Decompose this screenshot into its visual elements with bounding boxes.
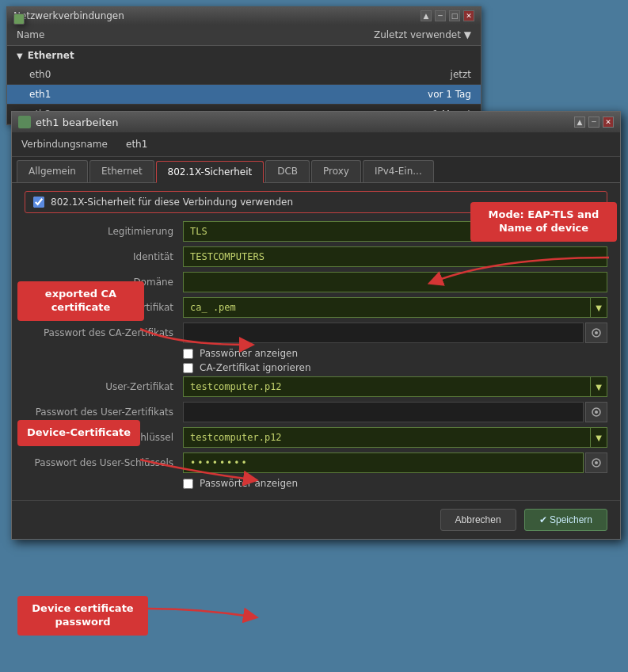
user-zertifikat-label: User-Zertifikat — [25, 381, 183, 392]
group-name: Ethernet — [28, 50, 74, 61]
callout-mode-eap: Mode: EAP-TLS and Name of device — [470, 202, 617, 242]
main-titlebar-controls: ▲ ─ ✕ — [574, 116, 614, 128]
domaene-input[interactable] — [183, 272, 607, 292]
eth0-lastused: jetzt — [451, 69, 471, 80]
tab-proxy[interactable]: Proxy — [311, 160, 361, 182]
conn-name-row: Verbindungsname eth1 — [12, 132, 620, 157]
passwort-ca-input-wrapper — [183, 323, 607, 343]
ca-zertifikat-value: ca_ .pem — [184, 299, 590, 316]
main-minimize-btn[interactable]: ─ — [588, 116, 599, 128]
passwort-user-input[interactable] — [183, 402, 584, 422]
conn-name-value: eth1 — [126, 139, 147, 150]
bg-minimize-btn[interactable]: ─ — [435, 10, 446, 21]
tab-ethernet[interactable]: Ethernet — [89, 160, 154, 182]
eth1-lastused: vor 1 Tag — [428, 89, 471, 100]
eth0-name: eth0 — [29, 69, 51, 80]
tabs-row: Allgemein Ethernet 802.1X-Sicherheit DCB… — [12, 157, 620, 183]
tab-allgemein[interactable]: Allgemein — [17, 160, 88, 182]
identitaet-row: Identität — [25, 246, 607, 267]
conn-name-label: Verbindungsname — [21, 139, 116, 150]
main-window-title: eth1 bearbeiten — [36, 116, 119, 128]
geheim-user-value: testcomputer.p12 — [184, 429, 590, 446]
user-zertifikat-dropdown[interactable]: testcomputer.p12 ▼ — [183, 376, 607, 397]
edit-window: eth1 bearbeiten ▲ ─ ✕ Verbindungsname et… — [11, 111, 621, 540]
save-button[interactable]: ✔ Speichern — [524, 509, 607, 531]
passwort-schluessel-input-wrapper: •••••••• — [183, 452, 607, 473]
network-icon — [13, 13, 25, 25]
passwort-ca-input[interactable] — [183, 323, 584, 343]
edit-icon — [18, 116, 31, 128]
passwort-anzeigen-1-label: Passwörter anzeigen — [200, 348, 298, 359]
col-name: Name — [17, 29, 44, 40]
legitimierung-label: Legitimierung — [25, 226, 183, 237]
bg-titlebar-controls: ▲ ─ □ ✕ — [421, 10, 474, 21]
eth1-name: eth1 — [29, 89, 51, 100]
passwort-anzeigen-1-row: Passwörter anzeigen — [25, 348, 607, 359]
cancel-button[interactable]: Abbrechen — [440, 509, 516, 531]
tab-ipv4[interactable]: IPv4-Ein... — [363, 160, 434, 182]
passwort-ca-row: Passwort des CA-Zertifikats — [25, 323, 607, 343]
main-up-btn[interactable]: ▲ — [574, 116, 585, 128]
main-title-left: eth1 bearbeiten — [18, 116, 119, 128]
bg-title-left: Netzwerkverbindungen — [13, 10, 124, 21]
bg-titlebar: Netzwerkverbindungen ▲ ─ □ ✕ — [7, 7, 481, 25]
passwort-user-icon-btn[interactable] — [585, 402, 607, 422]
passwort-schluessel-label: Passwort des User-Schlüssels — [25, 457, 183, 468]
bg-maximize-btn[interactable]: □ — [449, 10, 460, 21]
identitaet-label: Identität — [25, 251, 183, 262]
tab-8021x[interactable]: 802.1X-Sicherheit — [156, 161, 265, 183]
bg-up-btn[interactable]: ▲ — [421, 10, 432, 21]
passwort-anzeigen-2-label: Passwörter anzeigen — [200, 478, 298, 489]
callout-exported-ca: exported CA certificate — [17, 281, 144, 321]
col-last-used: Zuletzt verwendet ▼ — [374, 29, 471, 40]
user-zertifikat-row: User-Zertifikat testcomputer.p12 ▼ — [25, 376, 607, 397]
svg-point-3 — [595, 410, 598, 414]
tab-dcb[interactable]: DCB — [265, 160, 310, 182]
callout-device-cert: Device-Certificate — [17, 420, 140, 446]
table-row-eth1[interactable]: eth1 vor 1 Tag — [7, 85, 481, 105]
8021x-checkbox[interactable] — [33, 197, 44, 208]
geheim-user-arrow[interactable]: ▼ — [590, 428, 607, 447]
svg-point-5 — [595, 461, 598, 464]
ca-zertifikat-arrow[interactable]: ▼ — [590, 298, 607, 317]
ca-ignorieren-label: CA-Zertifikat ignorieren — [200, 362, 311, 373]
passwort-anzeigen-2-row: Passwörter anzeigen — [25, 478, 607, 489]
passwort-schluessel-row: Passwort des User-Schlüssels •••••••• — [25, 452, 607, 473]
ca-ignorieren-checkbox[interactable] — [183, 363, 193, 373]
passwort-schluessel-value: •••••••• — [184, 454, 583, 472]
netzwerkverbindungen-window: Netzwerkverbindungen ▲ ─ □ ✕ Name Zuletz… — [6, 6, 481, 125]
sort-icon: ▼ — [464, 29, 471, 40]
passwort-user-input-wrapper — [183, 402, 607, 422]
ca-zertifikat-dropdown[interactable]: ca_ .pem ▼ — [183, 297, 607, 318]
bg-window-title: Netzwerkverbindungen — [13, 10, 124, 21]
group-arrow: ▼ — [17, 52, 23, 60]
bg-close-btn[interactable]: ✕ — [463, 10, 474, 21]
user-zertifikat-arrow[interactable]: ▼ — [590, 377, 607, 396]
ca-ignorieren-row: CA-Zertifikat ignorieren — [25, 362, 607, 373]
passwort-user-label: Passwort des User-Zertifikats — [25, 407, 183, 418]
bg-table-header: Name Zuletzt verwendet ▼ — [7, 25, 481, 46]
8021x-checkbox-label: 802.1X-Sicherheit für diese Verbindung v… — [51, 197, 293, 208]
button-row: Abbrechen ✔ Speichern — [12, 500, 620, 539]
ethernet-group[interactable]: ▼ Ethernet — [7, 46, 481, 65]
passwort-schluessel-dropdown[interactable]: •••••••• — [183, 452, 584, 473]
geheim-user-dropdown[interactable]: testcomputer.p12 ▼ — [183, 427, 607, 448]
svg-point-1 — [595, 331, 598, 334]
table-row-eth0[interactable]: eth0 jetzt — [7, 65, 481, 85]
passwort-ca-label: Passwort des CA-Zertifikats — [25, 327, 183, 338]
user-zertifikat-value: testcomputer.p12 — [184, 378, 590, 395]
passwort-ca-icon-btn[interactable] — [585, 323, 607, 343]
callout-device-cert-password: Device certificate password — [17, 596, 148, 636]
main-titlebar: eth1 bearbeiten ▲ ─ ✕ — [12, 112, 620, 132]
main-close-btn[interactable]: ✕ — [603, 116, 614, 128]
passwort-anzeigen-1-checkbox[interactable] — [183, 349, 193, 359]
passwort-schluessel-icon-btn[interactable] — [585, 452, 607, 473]
passwort-anzeigen-2-checkbox[interactable] — [183, 479, 193, 489]
identitaet-input[interactable] — [183, 246, 607, 267]
